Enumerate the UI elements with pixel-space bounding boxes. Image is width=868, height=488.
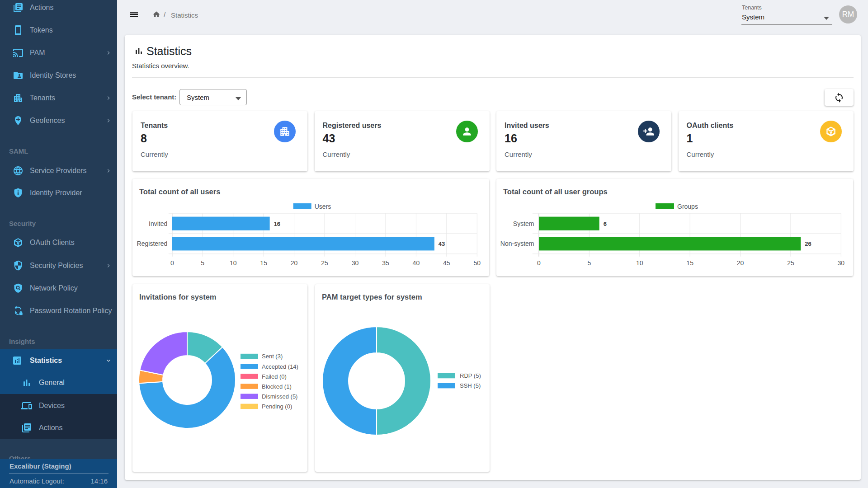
svg-text:Blocked (1): Blocked (1)	[262, 383, 292, 390]
svg-text:50: 50	[474, 259, 481, 266]
svg-text:35: 35	[382, 259, 389, 266]
svg-text:Failed (0): Failed (0)	[262, 373, 287, 380]
svg-text:26: 26	[805, 240, 811, 247]
svg-text:20: 20	[737, 259, 744, 266]
svg-text:Sent (3): Sent (3)	[262, 353, 283, 360]
svg-text:30: 30	[352, 259, 359, 266]
svg-text:5: 5	[201, 259, 204, 266]
svg-text:10: 10	[636, 259, 643, 266]
svg-text:Invitations for system: Invitations for system	[139, 293, 217, 301]
svg-text:5: 5	[587, 259, 591, 266]
svg-text:6: 6	[604, 220, 607, 227]
svg-text:Groups: Groups	[677, 202, 698, 210]
svg-text:25: 25	[787, 259, 794, 266]
svg-text:45: 45	[443, 259, 450, 266]
svg-text:43: 43	[439, 240, 445, 247]
svg-text:Dismissed (5): Dismissed (5)	[262, 393, 297, 400]
svg-text:16: 16	[274, 220, 280, 227]
svg-text:Users: Users	[315, 202, 331, 210]
svg-text:Accepted (14): Accepted (14)	[262, 363, 298, 370]
svg-text:Registered: Registered	[137, 240, 168, 247]
svg-text:20: 20	[291, 259, 298, 266]
svg-text:RDP (5): RDP (5)	[460, 372, 481, 379]
svg-text:Pending (0): Pending (0)	[262, 403, 292, 410]
svg-text:Non-system: Non-system	[500, 240, 534, 247]
svg-text:0: 0	[170, 259, 174, 266]
svg-text:30: 30	[838, 259, 845, 266]
svg-text:Total count of all user groups: Total count of all user groups	[503, 187, 608, 195]
svg-text:25: 25	[321, 259, 328, 266]
svg-text:15: 15	[686, 259, 693, 266]
svg-text:40: 40	[413, 259, 420, 266]
svg-text:Total count of all users: Total count of all users	[139, 187, 220, 195]
svg-text:SSH (5): SSH (5)	[460, 382, 481, 389]
svg-text:10: 10	[230, 259, 237, 266]
svg-text:PAM target types for system: PAM target types for system	[322, 293, 422, 301]
svg-text:Invited: Invited	[149, 220, 167, 227]
svg-text:0: 0	[537, 259, 541, 266]
svg-text:System: System	[513, 220, 534, 227]
svg-text:15: 15	[260, 259, 267, 266]
